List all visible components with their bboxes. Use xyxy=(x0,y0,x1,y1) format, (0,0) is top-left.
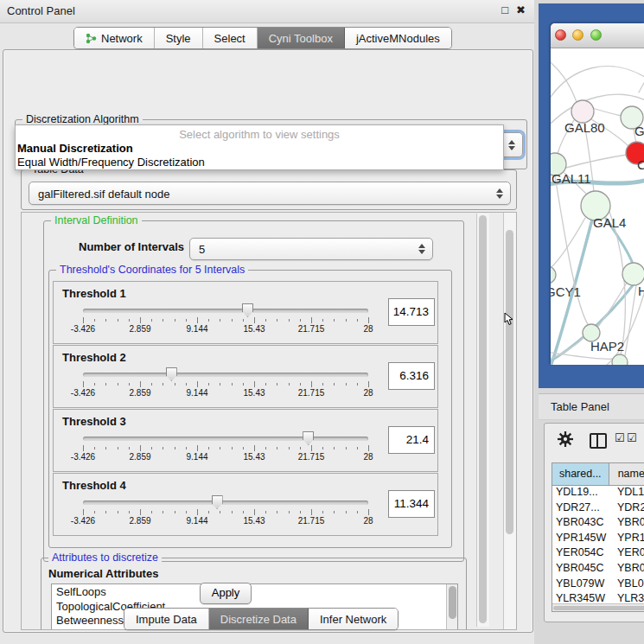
slider-track[interactable] xyxy=(83,501,368,505)
tab-impute-data[interactable]: Impute Data xyxy=(124,609,209,629)
scrollbar-thumb[interactable] xyxy=(506,230,513,534)
zoom-traffic-light-icon[interactable] xyxy=(590,29,602,41)
minimize-traffic-light-icon[interactable] xyxy=(572,29,583,41)
network-edge[interactable] xyxy=(592,108,622,116)
tab-discretize-data[interactable]: Discretize Data xyxy=(209,609,309,629)
tick-label: 2.859 xyxy=(129,324,150,334)
table-cell[interactable]: YER05 xyxy=(613,546,644,562)
network-node[interactable] xyxy=(551,266,556,284)
column-header[interactable]: name xyxy=(609,463,644,485)
float-window-icon[interactable]: □ xyxy=(501,3,508,16)
slider-thumb[interactable] xyxy=(303,431,314,445)
num-intervals-combo[interactable]: 5 xyxy=(189,238,433,260)
tab-label: jActiveMNodules xyxy=(356,32,440,45)
table-cell[interactable]: YDR27 xyxy=(613,501,644,517)
network-node[interactable] xyxy=(612,354,628,365)
checkbox-icon[interactable]: ☑ xyxy=(627,431,637,444)
table-row[interactable]: YBR043CYBR04 xyxy=(552,516,644,532)
table-cell[interactable]: YPR14 xyxy=(613,532,644,547)
checkbox-icon[interactable]: ☑ xyxy=(615,431,625,444)
combo-spinner-icon[interactable] xyxy=(418,244,426,254)
slider-ticks xyxy=(83,381,368,387)
inner-scrollbar[interactable] xyxy=(476,214,489,627)
threshold-value-field[interactable]: 11.344 xyxy=(388,490,435,518)
table-cell[interactable]: YDR27... xyxy=(552,501,613,517)
network-edge[interactable] xyxy=(566,155,627,168)
tab-style[interactable]: Style xyxy=(155,28,203,48)
network-edge[interactable] xyxy=(597,283,627,328)
tick-label: 21.715 xyxy=(298,516,325,526)
threshold-slider[interactable]: -3.4262.8599.14415.4321.71528 xyxy=(54,282,437,343)
network-edge[interactable] xyxy=(551,58,577,102)
slider-thumb[interactable] xyxy=(166,367,177,381)
table-header-row: shared...name xyxy=(552,463,644,486)
gear-icon[interactable] xyxy=(558,431,573,447)
scrollbar-thumb[interactable] xyxy=(449,586,456,619)
window-title: Control Panel xyxy=(7,4,75,17)
algorithm-option[interactable]: Manual Discretization xyxy=(16,142,495,155)
tab-cyni-toolbox[interactable]: Cyni Toolbox xyxy=(258,28,345,48)
slider-thumb[interactable] xyxy=(242,303,253,317)
desktop: Control Panel □ ✖ NetworkStyleSelectCyni… xyxy=(0,0,644,644)
combo-spinner-icon[interactable] xyxy=(508,140,516,150)
scrollbar-thumb[interactable] xyxy=(479,215,487,623)
tick-label: 28 xyxy=(363,388,373,398)
algorithm-option[interactable]: Equal Width/Frequency Discretization xyxy=(16,156,495,169)
network-window-titlebar[interactable] xyxy=(551,23,644,48)
horizontal-scrollbar[interactable] xyxy=(552,603,644,611)
table-row[interactable]: YDR27...YDR27 xyxy=(552,501,644,517)
interval-definition-group: Interval Definition Number of Intervals … xyxy=(43,220,464,562)
table-cell[interactable]: YER054C xyxy=(552,546,613,562)
table-cell[interactable]: YBR04 xyxy=(613,516,644,532)
node-label: H xyxy=(638,284,644,298)
network-node[interactable] xyxy=(622,263,644,285)
num-intervals-label: Number of Intervals xyxy=(79,240,184,253)
combo-spinner-icon[interactable] xyxy=(496,188,504,199)
slider-thumb[interactable] xyxy=(212,495,223,509)
tab-network[interactable]: Network xyxy=(74,28,155,48)
table-cell[interactable]: YDL19... xyxy=(552,486,613,501)
network-edge[interactable] xyxy=(609,212,625,355)
table-row[interactable]: YBR045CYBR04 xyxy=(552,562,644,577)
slider-track[interactable] xyxy=(83,309,368,313)
network-canvas[interactable]: GAL80GCGAL11GAL4GCY1HHAP2 xyxy=(551,48,644,365)
table-cell[interactable]: YDL19 xyxy=(613,486,644,501)
tab-jactivemnodules[interactable]: jActiveMNodules xyxy=(345,28,451,48)
slider-track[interactable] xyxy=(83,437,368,441)
slider-track[interactable] xyxy=(83,373,368,377)
attribute-list-item[interactable]: SelfLoops xyxy=(52,585,457,600)
table-cell[interactable]: YBR043C xyxy=(552,516,613,532)
close-icon[interactable]: ✖ xyxy=(516,3,526,16)
node-label: GAL4 xyxy=(593,215,626,230)
algorithm-dropdown-popup: Select algorithm to view settings Manual… xyxy=(15,124,504,170)
table-cell[interactable]: YPR145W xyxy=(552,532,613,547)
table-row[interactable]: YDL19...YDL19 xyxy=(552,486,644,501)
close-traffic-light-icon[interactable] xyxy=(555,29,566,41)
table-row[interactable]: YPR145WYPR14 xyxy=(552,532,644,547)
tab-label: Select xyxy=(214,32,245,45)
network-edge[interactable] xyxy=(551,67,644,108)
threshold-slider[interactable]: -3.4262.8599.14415.4321.71528 xyxy=(54,474,437,535)
table-row[interactable]: YER054CYER05 xyxy=(552,546,644,562)
column-header[interactable]: shared... xyxy=(552,463,609,485)
tick-label: 9.144 xyxy=(186,324,207,334)
threshold-value-field[interactable]: 6.316 xyxy=(388,362,435,390)
table-cell[interactable]: YBL07 xyxy=(613,577,644,593)
tab-infer-network[interactable]: Infer Network xyxy=(309,609,398,629)
apply-button[interactable]: Apply xyxy=(200,583,252,604)
table-row[interactable]: YBL079WYBL07 xyxy=(552,577,644,593)
list-scrollbar[interactable] xyxy=(446,584,457,630)
table-cell[interactable]: YBR045C xyxy=(552,562,613,577)
tab-select[interactable]: Select xyxy=(203,28,258,48)
table-rows: YDL19...YDL19YDR27...YDR27YBR043CYBR04YP… xyxy=(552,486,644,612)
table-cell[interactable]: YBR04 xyxy=(613,562,644,577)
threshold-slider[interactable]: -3.4262.8599.14415.4321.71528 xyxy=(54,410,437,471)
scrollbar-thumb[interactable] xyxy=(553,606,644,610)
threshold-value-field[interactable]: 14.713 xyxy=(388,298,435,326)
table-data-combo[interactable]: galFiltered.sif default node xyxy=(29,182,511,205)
threshold-slider[interactable]: -3.4262.8599.14415.4321.71528 xyxy=(54,346,437,407)
threshold-value-field[interactable]: 21.4 xyxy=(388,426,435,454)
outer-scrollbar[interactable] xyxy=(503,213,516,629)
table-cell[interactable]: YBL079W xyxy=(552,577,613,593)
split-columns-icon[interactable] xyxy=(590,433,607,449)
